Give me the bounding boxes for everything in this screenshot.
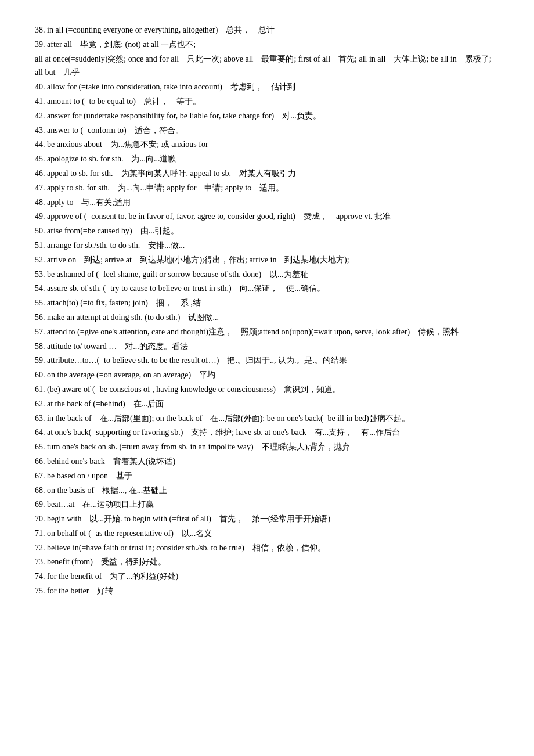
entry-text-10: 47. apply to sb. for sth. 为...向...申请; ap… — [35, 183, 284, 192]
entry-num-10: 47. — [35, 183, 47, 192]
entry-text-15: 52. arrive on 到达; arrive at 到达某地(小地方);得出… — [35, 255, 349, 264]
entry-text-9: 46. appeal to sb. for sth. 为某事向某人呼吁. app… — [35, 169, 296, 178]
entry-num-3: 40. — [35, 82, 47, 91]
entry-25: 62. at the back of (=behind) 在...后面 — [35, 397, 499, 411]
entry-num-32: 69. — [35, 500, 47, 509]
entry-27: 64. at one's back(=supporting or favorin… — [35, 426, 499, 440]
entry-18: 55. attach(to) (=to fix, fasten; join) 捆… — [35, 296, 499, 310]
entry-text-29: 66. behind one's back 背着某人(说坏话) — [35, 457, 175, 466]
entry-text-33: 70. begin with 以...开始. to begin with (=f… — [35, 514, 330, 523]
entry-num-29: 66. — [35, 457, 47, 466]
entry-text-11: 48. apply to 与...有关;适用 — [35, 198, 131, 207]
entry-33: 70. begin with 以...开始. to begin with (=f… — [35, 512, 499, 526]
entry-text-6: 43. answer to (=conform to) 适合，符合。 — [35, 126, 183, 135]
entry-35: 72. believe in(=have faith or trust in; … — [35, 541, 499, 555]
entry-text-37: 74. for the benefit of 为了...的利益(好处) — [35, 572, 178, 581]
entry-11: 48. apply to 与...有关;适用 — [35, 196, 499, 210]
entry-text-14: 51. arrange for sb./sth. to do sth. 安排..… — [35, 241, 185, 250]
entry-16: 53. be ashamed of (=feel shame, guilt or… — [35, 268, 499, 282]
entry-text-2: all at once(=suddenly)突然; once and for a… — [35, 55, 492, 77]
entry-num-27: 64. — [35, 428, 47, 437]
entry-num-21: 58. — [35, 342, 47, 351]
entry-14: 51. arrange for sb./sth. to do sth. 安排..… — [35, 239, 499, 253]
entry-text-3: 40. allow for (=take into consideration,… — [35, 82, 295, 91]
entry-3: 40. allow for (=take into consideration,… — [35, 80, 499, 94]
entry-num-7: 44. — [35, 140, 47, 149]
entry-19: 56. make an attempt at doing sth. (to do… — [35, 311, 499, 325]
entry-10: 47. apply to sb. for sth. 为...向...申请; ap… — [35, 181, 499, 195]
entry-32: 69. beat…at 在...运动项目上打赢 — [35, 498, 499, 512]
entry-num-18: 55. — [35, 298, 47, 307]
entry-num-8: 45. — [35, 154, 47, 163]
entry-9: 46. appeal to sb. for sth. 为某事向某人呼吁. app… — [35, 167, 499, 181]
entry-13: 50. arise from(=be caused by) 由...引起。 — [35, 224, 499, 238]
entry-text-36: 73. benefit (from) 受益，得到好处。 — [35, 557, 166, 566]
entry-text-32: 69. beat…at 在...运动项目上打赢 — [35, 500, 154, 509]
entry-text-13: 50. arise from(=be caused by) 由...引起。 — [35, 226, 179, 235]
entry-num-19: 56. — [35, 313, 47, 322]
entry-text-16: 53. be ashamed of (=feel shame, guilt or… — [35, 270, 308, 279]
entry-num-37: 74. — [35, 572, 47, 581]
entry-0: 38. in all (=counting everyone or everyt… — [35, 23, 499, 37]
entry-num-14: 51. — [35, 241, 47, 250]
entry-12: 49. approve of (=consent to, be in favor… — [35, 210, 499, 224]
entry-21: 58. attitude to/ toward … 对...的态度。看法 — [35, 340, 499, 354]
entry-num-17: 54. — [35, 284, 47, 293]
entry-num-12: 49. — [35, 212, 47, 221]
entry-1: 39. after all 毕竟，到底; (not) at all 一点也不; — [35, 38, 499, 52]
entry-num-13: 50. — [35, 226, 47, 235]
entry-30: 67. be based on / upon 基于 — [35, 469, 499, 483]
entry-20: 57. attend to (=give one's attention, ca… — [35, 325, 499, 339]
entry-text-19: 56. make an attempt at doing sth. (to do… — [35, 313, 219, 322]
entry-22: 59. attribute…to…(=to believe sth. to be… — [35, 354, 499, 368]
entry-num-23: 60. — [35, 370, 47, 379]
entry-num-9: 46. — [35, 169, 47, 178]
entry-text-38: 75. for the better 好转 — [35, 586, 113, 595]
entry-num-36: 73. — [35, 557, 47, 566]
entry-text-31: 68. on the basis of 根据..., 在...基础上 — [35, 486, 167, 495]
entry-num-22: 59. — [35, 356, 47, 365]
entry-17: 54. assure sb. of sth. (=try to cause to… — [35, 282, 499, 296]
entry-num-28: 65. — [35, 442, 47, 451]
entry-29: 66. behind one's back 背着某人(说坏话) — [35, 455, 499, 469]
entry-num-38: 75. — [35, 586, 47, 595]
entry-text-1: 39. after all 毕竟，到底; (not) at all 一点也不; — [35, 40, 196, 49]
entry-num-20: 57. — [35, 327, 47, 336]
entry-text-22: 59. attribute…to…(=to believe sth. to be… — [35, 356, 347, 365]
entry-36: 73. benefit (from) 受益，得到好处。 — [35, 555, 499, 569]
entry-text-20: 57. attend to (=give one's attention, ca… — [35, 327, 459, 336]
entry-num-34: 71. — [35, 529, 47, 538]
entry-num-1: 39. — [35, 40, 47, 49]
entry-text-26: 63. in the back of 在...后部(里面); on the ba… — [35, 414, 410, 423]
entry-31: 68. on the basis of 根据..., 在...基础上 — [35, 484, 499, 498]
entry-num-24: 61. — [35, 385, 47, 394]
entry-text-8: 45. apologize to sb. for sth. 为...向...道歉 — [35, 154, 176, 163]
entry-text-21: 58. attitude to/ toward … 对...的态度。看法 — [35, 342, 188, 351]
entry-num-15: 52. — [35, 255, 47, 264]
entry-num-35: 72. — [35, 543, 47, 552]
entry-38: 75. for the better 好转 — [35, 584, 499, 598]
entry-7: 44. be anxious about 为...焦急不安; 或 anxious… — [35, 138, 499, 152]
entry-num-6: 43. — [35, 126, 47, 135]
entry-num-0: 38. — [35, 26, 47, 34]
main-content: 38. in all (=counting everyone or everyt… — [35, 23, 499, 598]
entry-text-27: 64. at one's back(=supporting or favorin… — [35, 428, 400, 437]
entry-24: 61. (be) aware of (=be conscious of , ha… — [35, 383, 499, 397]
entry-23: 60. on the average (=on average, on an a… — [35, 368, 499, 382]
entry-37: 74. for the benefit of 为了...的利益(好处) — [35, 570, 499, 584]
entry-num-16: 53. — [35, 270, 47, 279]
entry-text-28: 65. turn one's back on sb. (=turn away f… — [35, 442, 351, 451]
entry-15: 52. arrive on 到达; arrive at 到达某地(小地方);得出… — [35, 253, 499, 267]
entry-2: all at once(=suddenly)突然; once and for a… — [35, 52, 499, 80]
entry-8: 45. apologize to sb. for sth. 为...向...道歉 — [35, 152, 499, 166]
entry-num-26: 63. — [35, 414, 47, 423]
entry-text-23: 60. on the average (=on average, on an a… — [35, 370, 215, 379]
entry-num-5: 42. — [35, 111, 47, 120]
entry-text-24: 61. (be) aware of (=be conscious of , ha… — [35, 385, 341, 394]
entry-num-33: 70. — [35, 514, 47, 523]
entry-num-31: 68. — [35, 486, 47, 495]
entry-6: 43. answer to (=conform to) 适合，符合。 — [35, 124, 499, 138]
entry-text-34: 71. on behalf of (=as the representative… — [35, 529, 212, 538]
entry-text-4: 41. amount to (=to be equal to) 总计， 等于。 — [35, 97, 201, 106]
entry-text-25: 62. at the back of (=behind) 在...后面 — [35, 399, 164, 408]
